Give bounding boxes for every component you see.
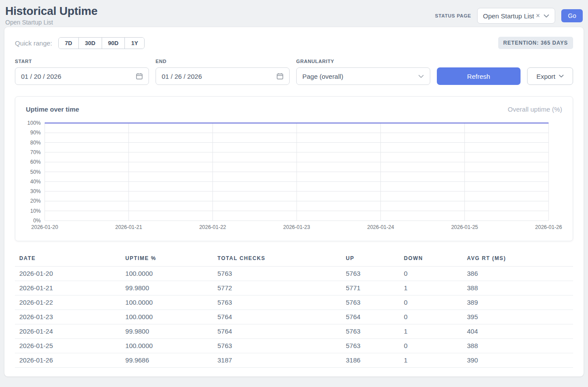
table-cell: 2026-01-22 [15,296,121,310]
table-cell: 388 [463,281,573,296]
chart-title: Uptime over time [26,106,79,113]
x-axis-tick-label: 2026-01-25 [451,224,478,230]
table-row: 2026-01-23100.0000576457640395 [15,310,573,324]
chevron-down-icon [559,74,564,78]
column-header-up: UP [341,252,399,267]
table-cell: 99.9800 [121,324,213,339]
status-page-value: Open Startup List [483,12,534,20]
table-cell: 100.0000 [121,296,213,310]
table-cell: 389 [463,296,573,310]
quick-range-label: Quick range: [15,39,52,47]
table-cell: 100.0000 [121,310,213,324]
table-cell: 1 [400,353,463,368]
column-header-avgrt: AVG RT (MS) [463,252,573,267]
y-axis-tick-label: 70% [30,149,41,155]
start-date-field: START 01 / 20 / 2026 [15,59,149,85]
table-row: 2026-01-2199.9800577257711388 [15,281,573,296]
table-cell: 5763 [341,324,399,339]
x-axis-tick-label: 2026-01-24 [367,224,394,230]
retention-badge: RETENTION: 365 DAYS [498,37,573,49]
start-date-input[interactable]: 01 / 20 / 2026 [15,67,149,85]
uptime-table: DATE UPTIME % TOTAL CHECKS UP DOWN AVG R… [15,252,573,368]
table-row: 2026-01-2499.9800576457631404 [15,324,573,339]
y-axis-tick-label: 80% [30,140,41,146]
table-row: 2026-01-22100.0000576357630389 [15,296,573,310]
start-date-value: 01 / 20 / 2026 [21,73,61,80]
status-page-select[interactable]: Open Startup List × [477,8,555,24]
uptime-table-body: 2026-01-20100.00005763576303862026-01-21… [15,267,573,368]
table-cell: 2026-01-23 [15,310,121,324]
quick-range-group: 7D 30D 90D 1Y [58,37,145,49]
table-cell: 0 [400,267,463,281]
y-axis-tick-label: 10% [30,208,41,214]
table-cell: 404 [463,324,573,339]
chart-header: Uptime over time Overall uptime (%) [15,106,573,119]
table-cell: 390 [463,353,573,368]
table-cell: 99.9800 [121,281,213,296]
granularity-select[interactable]: Page (overall) [296,67,430,85]
table-cell: 99.9686 [121,353,213,368]
start-label: START [15,59,149,64]
table-cell: 388 [463,339,573,353]
quick-range-7d[interactable]: 7D [59,38,79,49]
chevron-down-icon [418,74,424,78]
uptime-chart-svg: 0%10%20%30%40%50%60%70%80%90%100%2026-01… [15,119,573,237]
page-header: Historical Uptime Open Startup List STAT… [0,0,588,27]
quick-range-90d[interactable]: 90D [102,38,125,49]
table-cell: 0 [400,296,463,310]
table-cell: 1 [400,281,463,296]
table-cell: 100.0000 [121,339,213,353]
table-row: 2026-01-20100.0000576357630386 [15,267,573,281]
y-axis-tick-label: 100% [27,120,41,126]
table-cell: 2026-01-20 [15,267,121,281]
clear-icon[interactable]: × [536,12,540,19]
end-date-field: END 01 / 26 / 2026 [156,59,290,85]
table-cell: 2026-01-21 [15,281,121,296]
table-cell: 3186 [341,353,399,368]
table-cell: 5763 [213,267,341,281]
main-panel: Quick range: 7D 30D 90D 1Y RETENTION: 36… [4,27,584,376]
page-title: Historical Uptime [5,4,97,18]
quick-range-1y[interactable]: 1Y [125,38,144,49]
chart-card: Uptime over time Overall uptime (%) 0%10… [15,96,573,241]
table-cell: 2026-01-26 [15,353,121,368]
end-label: END [156,59,290,64]
table-cell: 5763 [341,267,399,281]
page-titles: Historical Uptime Open Startup List [5,4,97,26]
table-cell: 5763 [213,339,341,353]
table-cell: 5763 [341,296,399,310]
filter-fields-row: START 01 / 20 / 2026 END 01 / 26 / 2026 … [15,59,573,85]
y-axis-tick-label: 50% [30,169,41,175]
x-axis-tick-label: 2026-01-23 [283,224,310,230]
y-axis-tick-label: 60% [30,159,41,165]
x-axis-tick-label: 2026-01-22 [199,224,227,230]
page-subtitle: Open Startup List [5,19,97,26]
table-cell: 5763 [341,339,399,353]
end-date-input[interactable]: 01 / 26 / 2026 [156,67,290,85]
quick-range-row: Quick range: 7D 30D 90D 1Y RETENTION: 36… [15,37,573,49]
table-cell: 1 [400,324,463,339]
chart-legend: Overall uptime (%) [508,106,562,113]
quick-range-30d[interactable]: 30D [79,38,102,49]
calendar-icon[interactable] [276,73,283,80]
export-button-label: Export [536,73,555,80]
table-cell: 100.0000 [121,267,213,281]
table-cell: 5763 [213,296,341,310]
column-header-uptime: UPTIME % [121,252,213,267]
y-axis-tick-label: 0% [33,218,41,224]
table-cell: 2026-01-24 [15,324,121,339]
end-date-value: 01 / 26 / 2026 [162,73,202,80]
status-page-label: STATUS PAGE [435,13,471,18]
table-cell: 5764 [341,310,399,324]
export-button[interactable]: Export [527,67,573,85]
table-cell: 2026-01-25 [15,339,121,353]
x-axis-tick-label: 2026-01-21 [115,224,142,230]
calendar-icon[interactable] [136,73,143,80]
chevron-down-icon [543,14,549,18]
refresh-button[interactable]: Refresh [437,67,521,85]
table-cell: 3187 [213,353,341,368]
column-header-down: DOWN [400,252,463,267]
table-cell: 5764 [213,324,341,339]
table-cell: 5772 [213,281,341,296]
go-button[interactable]: Go [561,9,583,22]
